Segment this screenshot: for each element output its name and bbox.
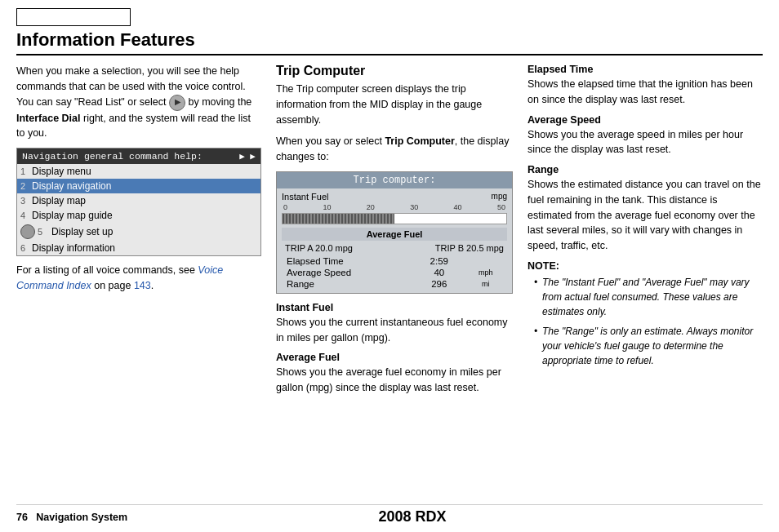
avg-fuel-text: Shows you the average fuel economy in mi… xyxy=(276,365,513,396)
instant-fuel-label: Instant Fuel xyxy=(282,192,328,202)
range-title: Range xyxy=(527,164,763,175)
avg-fuel-label-row: Average Fuel xyxy=(282,228,507,241)
caption-paragraph: For a listing of all voice commands, see… xyxy=(16,263,261,294)
instant-fuel-text: Shows you the current instantaneous fuel… xyxy=(276,315,513,346)
page-title: Information Features xyxy=(16,29,763,55)
elapsed-label: Elapsed Time xyxy=(282,255,414,267)
range-unit: mi xyxy=(464,278,507,290)
nav-items-list: 1 Display menu 2 Display navigation 3 Di… xyxy=(17,164,260,255)
nav-item-4: 4 Display map guide xyxy=(17,208,260,223)
trip-para-2: When you say or select Trip Computer, th… xyxy=(276,134,513,165)
range-value: 296 xyxy=(414,278,464,290)
range-row: Range 296 mi xyxy=(282,278,507,290)
nav-command-box: Navigation general command help: ▶ ▶ 1 D… xyxy=(16,148,261,256)
range-label: Range xyxy=(282,278,414,290)
trip-b-label: TRIP B 20.5 mpg xyxy=(435,243,504,253)
note-item-1: The "Instant Fuel" and "Average Fuel" ma… xyxy=(534,275,763,319)
elapsed-time-row: Elapsed Time 2:59 xyxy=(282,255,507,267)
content-columns: When you make a selection, you will see … xyxy=(16,64,763,402)
note-title: NOTE: xyxy=(527,260,763,272)
top-rectangle xyxy=(16,8,131,26)
footer-page: 76 Navigation System xyxy=(16,512,127,523)
intro-text-2: by moving the xyxy=(188,96,252,108)
range-text: Shows the estimated distance you can tra… xyxy=(527,177,763,254)
note-section: NOTE: The "Instant Fuel" and "Average Fu… xyxy=(527,260,763,368)
elapsed-time-text: Shows the elapsed time that the ignition… xyxy=(527,77,763,108)
intro-paragraph: When you make a selection, you will see … xyxy=(16,64,261,141)
trip-data-table: Elapsed Time 2:59 Average Speed 40 mph R… xyxy=(282,255,507,290)
nav-item-3: 3 Display map xyxy=(17,193,260,208)
trip-para-1: The Trip computer screen displays the tr… xyxy=(276,82,513,127)
footer-nav-system: Navigation System xyxy=(36,512,127,523)
nav-box-title: Navigation general command help: ▶ ▶ xyxy=(17,149,260,164)
footer-page-num: 76 xyxy=(16,512,28,523)
avg-speed-title: Average Speed xyxy=(527,114,763,126)
fuel-bar-fill xyxy=(283,214,394,224)
left-column: When you make a selection, you will see … xyxy=(16,64,261,300)
mid-column: Trip Computer The Trip computer screen d… xyxy=(276,64,513,402)
page-link[interactable]: 143 xyxy=(134,280,151,291)
nav-box-title-text: Navigation general command help: xyxy=(22,151,203,162)
mpg-label: mpg xyxy=(492,192,507,201)
caption-on-page: on page xyxy=(94,280,131,291)
dial-icon: ▶ xyxy=(169,95,185,111)
trip-box-header: Trip computer: xyxy=(277,172,512,188)
fuel-bar-scale: 0 10 20 30 40 50 xyxy=(282,203,507,211)
caption-text: For a listing of all voice commands, see xyxy=(16,264,195,276)
trip-computer-bold: Trip Computer xyxy=(385,135,454,147)
trip-ab-row: TRIP A 20.0 mpg TRIP B 20.5 mpg xyxy=(282,243,507,253)
avg-speed-unit: mph xyxy=(464,267,507,278)
dial-side-icon xyxy=(20,224,35,239)
nav-item-5-dial: 5 Display set up xyxy=(17,223,260,241)
right-column: Elapsed Time Shows the elapsed time that… xyxy=(527,64,763,373)
instant-fuel-title: Instant Fuel xyxy=(276,302,513,313)
avg-speed-text: Shows you the average speed in miles per… xyxy=(527,127,763,158)
note-list: The "Instant Fuel" and "Average Fuel" ma… xyxy=(527,275,763,368)
elapsed-value: 2:59 xyxy=(414,255,464,267)
trip-computer-title: Trip Computer xyxy=(276,64,513,78)
avg-speed-row: Average Speed 40 mph xyxy=(282,267,507,278)
interface-dial-bold: Interface Dial xyxy=(16,113,81,124)
avg-speed-label: Average Speed xyxy=(282,267,414,278)
nav-item-1: 1 Display menu xyxy=(17,164,260,179)
nav-item-2: 2 Display navigation xyxy=(17,179,260,193)
fuel-bar xyxy=(282,213,507,224)
trip-computer-display: Trip computer: Instant Fuel mpg 0 10 20 … xyxy=(276,171,513,294)
page-container: Information Features When you make a sel… xyxy=(0,0,779,532)
trip-a-label: TRIP A 20.0 mpg xyxy=(285,243,353,253)
footer-model: 2008 RDX xyxy=(379,508,447,525)
nav-item-6: 6 Display information xyxy=(17,241,260,255)
avg-speed-value: 40 xyxy=(414,267,464,278)
elapsed-time-title: Elapsed Time xyxy=(527,64,763,75)
trip-box-content: Instant Fuel mpg 0 10 20 30 40 50 xyxy=(277,188,512,293)
nav-box-arrows: ▶ ▶ xyxy=(239,151,256,162)
avg-fuel-title: Average Fuel xyxy=(276,352,513,363)
note-item-2: The "Range" is only an estimate. Always … xyxy=(534,324,763,368)
footer: 76 Navigation System 2008 RDX xyxy=(16,504,763,525)
instant-fuel-header-row: Instant Fuel mpg xyxy=(282,192,507,202)
